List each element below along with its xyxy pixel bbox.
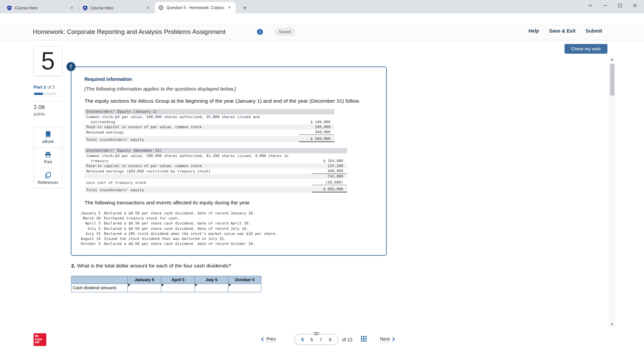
- list-item: August 14Issued the stock dividend that …: [80, 236, 277, 241]
- tab-course-hero-2[interactable]: Course Hero ×: [79, 3, 154, 13]
- alert-exclamation-icon: !: [66, 62, 75, 71]
- tab-close-icon[interactable]: ×: [69, 5, 74, 11]
- chevron-left-icon: [261, 337, 264, 342]
- assignment-title: Homework: Corporate Reporting and Analys…: [33, 28, 226, 36]
- ebook-icon: [44, 131, 52, 138]
- next-button[interactable]: Next: [380, 336, 395, 342]
- list-item: July 31Declared a 20% stock dividend whe…: [80, 231, 277, 236]
- answer-col-april-5: April 5: [161, 276, 195, 284]
- header-nav: Help Save & Exit Submit: [528, 28, 602, 34]
- scrollbar-thumb[interactable]: [610, 64, 614, 96]
- ebook-button[interactable]: eBook: [34, 127, 62, 148]
- cell-marker-icon: [128, 284, 130, 287]
- mcgraw-hill-logo: McGrawHill: [34, 333, 46, 346]
- list-item: January 5Declared a $0.50 per share cash…: [80, 211, 277, 216]
- tab-question-5-active[interactable]: Question 5 - Homework: Corpora ×: [155, 2, 235, 13]
- globe-favicon-icon: [158, 5, 164, 10]
- table-row: 742,000: [85, 174, 347, 179]
- scenario-intro: The equity sections for Atticus Group at…: [85, 98, 360, 104]
- points-value: 2.08: [34, 104, 45, 111]
- tab-title: Course Hero: [91, 6, 142, 10]
- table-row: Total stockholders’ equity $ 692,000: [85, 187, 347, 193]
- equity-table-january-title: Stockholders’ Equity (January 1): [85, 109, 334, 114]
- coursehero-favicon-icon: [7, 5, 12, 11]
- page-count-label: of 12: [342, 337, 353, 342]
- cell-marker-icon: [229, 284, 231, 287]
- content-scrollbar[interactable]: [609, 56, 615, 328]
- close-window-icon[interactable]: [629, 1, 640, 10]
- part-progress-bar: [34, 93, 57, 95]
- page-7[interactable]: 7: [320, 337, 322, 342]
- question-text: 2.What is the total dollar amount for ea…: [71, 263, 231, 269]
- tab-search-chevron-icon[interactable]: [585, 1, 596, 10]
- required-information-note: [The following information applies to th…: [85, 86, 236, 92]
- table-row: Common stock—$4 par value, 100,000 share…: [85, 153, 347, 163]
- references-button[interactable]: References: [34, 168, 62, 188]
- equity-table-january: Stockholders’ Equity (January 1) Common …: [85, 109, 334, 142]
- part-indicator: Part 2 of 5: [34, 85, 55, 90]
- submit-link[interactable]: Submit: [586, 28, 602, 34]
- scroll-down-icon[interactable]: [611, 323, 613, 326]
- browser-toolbar: ezto.mheducation.com/ext/map/index.html?…: [0, 13, 644, 25]
- info-icon[interactable]: i: [257, 29, 263, 35]
- list-item: March 20Purchased treasury stock for cas…: [80, 216, 277, 221]
- transactions-list: January 5Declared a $0.50 per share cash…: [80, 211, 277, 246]
- answer-input-july-5[interactable]: [195, 284, 228, 292]
- list-item: October 5Declared a $0.50 per share cash…: [80, 241, 277, 246]
- question-number: 5: [41, 49, 55, 73]
- tab-title: Course Hero: [15, 6, 66, 10]
- answer-input-april-5[interactable]: [161, 284, 195, 292]
- chevron-right-icon: [392, 337, 395, 342]
- page-8[interactable]: 8: [329, 337, 331, 342]
- answer-col-july-5: July 5: [195, 276, 228, 284]
- page-number-group: 5 6 7 8: [294, 334, 338, 345]
- answer-row-label: Cash dividend amounts: [71, 284, 128, 292]
- print-icon: [44, 151, 52, 158]
- scroll-up-icon[interactable]: [611, 58, 613, 60]
- answer-col-october-5: October 5: [228, 276, 261, 284]
- table-row: Retained earnings 340,000: [85, 130, 334, 135]
- question-number-card: 5: [34, 46, 62, 76]
- prev-button[interactable]: Prev: [261, 336, 276, 342]
- tab-divider: [78, 5, 79, 11]
- table-row: Retained earnings ($50,000 restricted by…: [85, 168, 347, 174]
- check-my-work-button[interactable]: Check my work: [565, 44, 607, 54]
- sidebar-divider: [34, 101, 62, 101]
- list-item: April 5Declared a $0.50 per share cash d…: [80, 221, 277, 226]
- tab-close-icon[interactable]: ×: [227, 5, 232, 10]
- answer-col-january-5: January 5: [128, 276, 161, 284]
- cell-marker-icon: [195, 284, 198, 287]
- answer-table-corner-cell: [71, 276, 128, 284]
- tab-title: Question 5 - Homework: Corpora: [166, 5, 224, 10]
- table-row: Paid-in capital in excess of par value, …: [85, 124, 334, 130]
- table-row: Less cost of treasury stock (50,000): [85, 180, 347, 185]
- table-row: Paid-in capital in excess of par value, …: [85, 163, 347, 168]
- minimize-icon[interactable]: [600, 1, 610, 10]
- tab-close-icon[interactable]: ×: [145, 5, 150, 11]
- help-link[interactable]: Help: [528, 28, 539, 34]
- answer-table-input-row: Cash dividend amounts: [71, 284, 261, 292]
- answer-input-january-5[interactable]: [128, 284, 161, 292]
- equity-table-december-title: Stockholders’ Equity (December 31): [85, 148, 347, 153]
- points-label: points: [34, 111, 45, 116]
- answer-input-october-5[interactable]: [228, 284, 261, 292]
- new-tab-button[interactable]: +: [240, 3, 250, 13]
- transactions-intro: The following transactions and events af…: [85, 200, 251, 206]
- table-row: Total stockholders’ equity $ 580,000: [85, 136, 334, 142]
- save-exit-link[interactable]: Save & Exit: [549, 28, 576, 34]
- list-item: July 5Declared a $0.50 per share cash di…: [80, 226, 277, 231]
- answer-table: January 5 April 5 July 5 October 5 Cash …: [71, 276, 261, 292]
- print-button[interactable]: Print: [34, 148, 62, 168]
- part-progress-fill: [34, 93, 43, 95]
- answer-table-header-row: January 5 April 5 July 5 October 5: [71, 276, 261, 284]
- page-6[interactable]: 6: [310, 337, 313, 342]
- table-row: Common stock—$4 par value, 100,000 share…: [85, 114, 334, 124]
- references-icon: [44, 171, 52, 179]
- question-map-grid-icon[interactable]: [361, 336, 367, 342]
- browser-tab-strip: Course Hero × Course Hero × Question 5 -…: [0, 0, 644, 13]
- page-5-current[interactable]: 5: [301, 337, 304, 342]
- equity-table-december: Stockholders’ Equity (December 31) Commo…: [85, 148, 347, 193]
- tab-course-hero-1[interactable]: Course Hero ×: [3, 3, 78, 13]
- link-chain-icon: [312, 332, 320, 335]
- maximize-icon[interactable]: [614, 1, 625, 10]
